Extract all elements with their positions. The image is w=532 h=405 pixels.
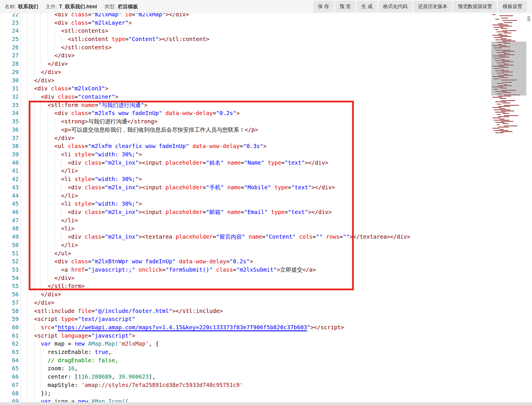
token-tag: <div — [34, 85, 51, 92]
token-val: "留言内容" — [216, 233, 245, 240]
code-editor[interactable]: 22 <div class="m2lxMap" id="m2lxMap"></d… — [0, 13, 532, 405]
code-text: <div class="container"> — [21, 93, 119, 101]
minimap-token — [495, 29, 498, 30]
code-line: 32 <div class="container"> — [0, 93, 532, 101]
code-text: <li style="width: 30%;"> — [21, 175, 142, 184]
format-code-button[interactable]: 格式化代码 — [378, 1, 412, 12]
code-text: <div class="m2lx_inx"><textarea placehol… — [21, 233, 410, 241]
token-attr: type — [61, 316, 75, 322]
code-text: center: [116.288689, 39.960623], — [21, 373, 156, 381]
minimap-token — [502, 113, 509, 114]
token-val: "手机" — [206, 184, 224, 191]
token-attr: style — [75, 176, 92, 182]
minimap[interactable] — [491, 13, 526, 142]
token-attr: class — [85, 159, 102, 166]
code-text: </div> — [21, 134, 75, 143]
token-val: "m2lx_inx" — [105, 209, 139, 215]
code-text: <stl:form name="与我们进行沟通"> — [21, 101, 147, 110]
token-txt: = — [213, 110, 216, 116]
line-number: 40 — [0, 159, 19, 167]
token-val: "text" — [291, 184, 311, 191]
token-txt: 可以提交信息给我们，我们收到信息后会尽快安排工作人员与您联系！ — [71, 126, 245, 133]
toolbar: 名称:联系我们文件:T_联系我们.html类型:栏目模板 保 存预 览生 成格式… — [0, 0, 532, 13]
line-number: 50 — [0, 241, 19, 250]
field-label: 类型: — [104, 4, 116, 9]
code-text: </div> — [21, 68, 61, 77]
token-attr: cols — [299, 233, 312, 240]
token-txt: = — [241, 209, 244, 215]
minimap-token — [498, 96, 511, 96]
code-line: 52 <div class="m2lxBtnWpr wow fadeInUp" … — [0, 258, 532, 266]
token-attr: data-wow-delay — [193, 143, 240, 149]
code-text: </li> — [21, 192, 78, 200]
minimap-token — [504, 22, 512, 23]
token-txt — [296, 233, 299, 240]
minimap-token — [501, 121, 513, 122]
line-number: 64 — [0, 357, 19, 365]
token-attr: class — [71, 258, 88, 265]
token-tag: <div — [54, 258, 71, 265]
token-val: "text/javascript" — [78, 316, 135, 322]
code-line: 34 <div class="m2lxTs wow fadeInUp" data… — [0, 109, 532, 118]
generate-button[interactable]: 生 成 — [357, 1, 377, 12]
minimap-token — [498, 106, 510, 107]
token-val: "" — [316, 233, 323, 240]
token-tag: ></div> — [305, 159, 328, 166]
code-text: <div class="m2lx_inx"><input placeholder… — [21, 159, 328, 167]
minimap-token — [497, 114, 500, 115]
token-tag: > — [236, 110, 240, 116]
token-txt: map = — [51, 340, 75, 347]
token-attr: name — [248, 233, 262, 240]
token-val: "Content" — [265, 233, 296, 240]
token-attr: class — [216, 266, 233, 273]
token-tag: <div — [54, 110, 71, 116]
token-attr: onclick — [139, 266, 162, 273]
minimap-token — [504, 105, 519, 106]
code-text: <ul class="m2lxFm clearfix wow fadeInUp"… — [21, 142, 267, 151]
token-attr: name — [227, 184, 241, 191]
token-tag: > — [250, 258, 253, 265]
template-settings-button[interactable]: 模板设置 — [498, 1, 527, 12]
token-txt: = — [88, 13, 92, 18]
code-text: <li> — [21, 225, 75, 233]
token-tag: <div — [68, 209, 85, 215]
minimap-token — [494, 120, 509, 120]
token-txt — [189, 143, 193, 149]
token-val: "Name" — [244, 159, 264, 166]
token-tag: <script — [34, 332, 61, 339]
token-attr: style — [75, 200, 92, 207]
minimap-viewport[interactable] — [491, 42, 526, 96]
token-attr: class — [71, 110, 88, 116]
minimap-token — [502, 103, 510, 103]
horizontal-scrollbar[interactable] — [0, 402, 532, 405]
code-line: 25 <stl:content type="Content"></stl:con… — [0, 35, 532, 44]
line-number: 51 — [0, 250, 19, 258]
token-tag: </div> — [41, 291, 61, 298]
token-val: "邮箱" — [206, 209, 224, 215]
code-text: </div> — [21, 274, 75, 283]
line-number: 46 — [0, 208, 19, 217]
code-line: 65 zoom: 16, — [0, 365, 532, 373]
line-number: 36 — [0, 126, 19, 134]
code-text: </div> — [21, 77, 54, 85]
token-txt: resizeEnable: — [48, 349, 95, 355]
token-val: "Content" — [129, 36, 159, 42]
token-tag: <a — [61, 266, 71, 273]
token-tag: <div — [41, 94, 58, 100]
token-val: "m2lx_inx" — [105, 233, 139, 240]
vertical-scrollbar-thumb[interactable] — [527, 16, 530, 21]
token-attr: class — [85, 233, 102, 240]
token-val: "Email" — [244, 209, 268, 215]
token-val: "m2lx_inx" — [105, 159, 139, 166]
token-txt: = — [162, 266, 166, 273]
line-number: 27 — [0, 52, 19, 60]
save-button[interactable]: 保 存 — [313, 1, 334, 12]
line-number: 63 — [0, 348, 19, 357]
token-com: // dragEnable: false, — [48, 357, 119, 364]
restore-history-button[interactable]: 还原历史版本 — [413, 1, 452, 12]
line-number: 60 — [0, 324, 19, 332]
preview-button[interactable]: 预 览 — [335, 1, 356, 12]
preview-datasource-button[interactable]: 预览数据源设置 — [453, 1, 497, 12]
token-txt — [224, 184, 227, 191]
token-tag: </strong> — [127, 118, 158, 125]
